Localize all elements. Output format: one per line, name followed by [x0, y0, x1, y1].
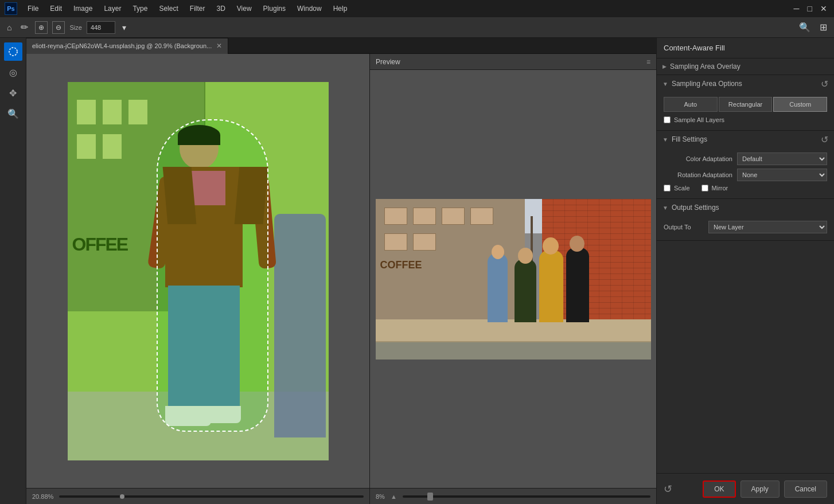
- fill-chevron-icon: ▼: [662, 136, 668, 143]
- mirror-checkbox-row: Mirror: [702, 185, 728, 192]
- document-tabs: eliott-reyna-jCEpN62oWL4-unsplash.jpg @ …: [26, 38, 656, 54]
- fill-settings-header[interactable]: ▼ Fill Settings ↺: [657, 131, 834, 148]
- menu-3d[interactable]: 3D: [212, 3, 229, 14]
- preview-menu-icon[interactable]: ≡: [646, 58, 650, 66]
- right-panel-title: Content-Aware Fill: [664, 44, 725, 52]
- app-logo: Ps: [5, 2, 17, 15]
- scale-checkbox[interactable]: [664, 185, 671, 192]
- restore-btn[interactable]: □: [805, 3, 814, 14]
- preview-image-area: COFFEE: [370, 70, 656, 488]
- right-panel: Content-Aware Fill ▶ Sampling Area Overl…: [656, 38, 834, 504]
- canvas-area[interactable]: OFFEE: [26, 54, 369, 504]
- preview-panel: Preview ≡: [369, 54, 656, 504]
- svg-point-0: [9, 48, 17, 56]
- menu-plugins[interactable]: Plugins: [259, 3, 290, 14]
- rectangular-btn[interactable]: Rectangular: [719, 97, 773, 112]
- output-settings-title: Output Settings: [672, 204, 719, 212]
- brush-btn[interactable]: ✏: [18, 21, 30, 34]
- scale-label: Scale: [674, 185, 690, 192]
- output-settings-body: Output To Current Layer New Layer Duplic…: [657, 216, 834, 240]
- mirror-checkbox[interactable]: [702, 185, 708, 192]
- magic-wand-btn[interactable]: ◎: [4, 63, 22, 81]
- sampling-options-section: ▼ Sampling Area Options ↺ Auto Rectangul…: [657, 75, 834, 131]
- document-tab[interactable]: eliott-reyna-jCEpN62oWL4-unsplash.jpg @ …: [26, 38, 228, 54]
- custom-btn[interactable]: Custom: [773, 97, 827, 112]
- overlay-section-title: Sampling Area Overlay: [670, 62, 741, 71]
- tools-panel: ◎ ✥ 🔍: [0, 38, 26, 504]
- fill-settings-body: Color Adaptation Default None Low High V…: [657, 148, 834, 198]
- zoom-bar[interactable]: [59, 495, 364, 498]
- menu-type[interactable]: Type: [128, 3, 152, 14]
- document-tab-title: eliott-reyna-jCEpN62oWL4-unsplash.jpg @ …: [32, 42, 212, 49]
- right-panel-header: Content-Aware Fill: [657, 38, 834, 58]
- size-label: Size: [69, 24, 81, 31]
- ok-btn[interactable]: OK: [703, 480, 735, 498]
- output-chevron-icon: ▼: [662, 205, 668, 211]
- zoom-slider[interactable]: [403, 495, 650, 498]
- home-btn[interactable]: ⌂: [5, 22, 14, 33]
- right-panel-footer: ↺ OK Apply Cancel: [657, 473, 834, 504]
- color-adaptation-select[interactable]: Default None Low High Very High: [737, 153, 827, 165]
- menu-help[interactable]: Help: [329, 3, 352, 14]
- output-settings-section: ▼ Output Settings Output To Current Laye…: [657, 199, 834, 241]
- menu-view[interactable]: View: [232, 3, 256, 14]
- sampling-reset-icon[interactable]: ↺: [821, 79, 828, 89]
- add-btn[interactable]: ⊕: [35, 21, 48, 34]
- output-to-row: Output To Current Layer New Layer Duplic…: [664, 221, 827, 233]
- sampling-chevron-icon: ▼: [662, 81, 668, 87]
- output-to-label: Output To: [664, 224, 704, 230]
- preview-image: COFFEE: [376, 199, 651, 360]
- canvas-status-bar: 20.88%: [26, 488, 369, 504]
- fill-settings-title: Fill Settings: [672, 135, 707, 143]
- menu-window[interactable]: Window: [293, 3, 326, 14]
- document-tab-close[interactable]: ✕: [216, 42, 222, 50]
- main-area: ◎ ✥ 🔍 eliott-reyna-jCEpN62oWL4-unsplash.…: [0, 38, 834, 504]
- color-adaptation-label: Color Adaptation: [664, 155, 732, 162]
- sampling-options-header[interactable]: ▼ Sampling Area Options ↺: [657, 75, 834, 92]
- menu-filter[interactable]: Filter: [185, 3, 210, 14]
- fill-reset-icon[interactable]: ↺: [821, 134, 828, 145]
- zoom-triangle-icon: ▲: [391, 493, 397, 500]
- subtract-btn[interactable]: ⊖: [52, 21, 65, 34]
- menu-select[interactable]: Select: [154, 3, 182, 14]
- menu-image[interactable]: Image: [69, 3, 97, 14]
- document-area: eliott-reyna-jCEpN62oWL4-unsplash.jpg @ …: [26, 38, 656, 504]
- coffee-sign-text: OFFEE: [72, 234, 128, 255]
- zoom-tool-btn[interactable]: 🔍: [4, 104, 22, 123]
- preview-zoom-bar: 8% ▲: [370, 488, 656, 504]
- sampling-overlay-section: ▶ Sampling Area Overlay: [657, 58, 834, 75]
- size-input[interactable]: [87, 21, 115, 34]
- scale-mirror-row: Scale Mirror: [664, 185, 827, 192]
- menu-edit[interactable]: Edit: [45, 3, 67, 14]
- options-toolbar: ⌂ ✏ ⊕ ⊖ Size ▾ 🔍 ⊞: [0, 17, 834, 38]
- rotation-adaptation-select[interactable]: None Low Medium High Full: [737, 169, 827, 181]
- sampling-options-body: Auto Rectangular Custom Sample All Layer…: [657, 92, 834, 130]
- sample-all-layers-checkbox[interactable]: [664, 116, 671, 123]
- output-settings-header[interactable]: ▼ Output Settings: [657, 199, 834, 216]
- menu-file[interactable]: File: [23, 3, 43, 14]
- footer-reset-btn[interactable]: ↺: [664, 483, 672, 495]
- sample-all-layers-row: Sample All Layers: [664, 116, 827, 123]
- lasso-tool-btn[interactable]: [4, 42, 22, 61]
- output-to-select[interactable]: Current Layer New Layer Duplicate Layer: [708, 221, 827, 233]
- canvas-preview-area: OFFEE: [26, 54, 656, 504]
- sampling-overlay-header[interactable]: ▶ Sampling Area Overlay: [657, 58, 834, 75]
- sampling-mode-group: Auto Rectangular Custom: [664, 97, 827, 112]
- apply-btn[interactable]: Apply: [741, 480, 780, 498]
- auto-btn[interactable]: Auto: [664, 97, 718, 112]
- minimize-btn[interactable]: ─: [792, 3, 802, 14]
- right-panel-body: ▶ Sampling Area Overlay ▼ Sampling Area …: [657, 58, 834, 473]
- color-adaptation-row: Color Adaptation Default None Low High V…: [664, 153, 827, 165]
- rotation-adaptation-label: Rotation Adaptation: [664, 171, 732, 178]
- size-dropdown-btn[interactable]: ▾: [120, 22, 128, 33]
- canvas-zoom-level: 20.88%: [32, 493, 53, 500]
- move-tool-btn[interactable]: ✥: [4, 84, 22, 102]
- fill-settings-section: ▼ Fill Settings ↺ Color Adaptation Defau…: [657, 131, 834, 199]
- cancel-btn[interactable]: Cancel: [784, 480, 827, 498]
- mirror-label: Mirror: [712, 185, 728, 192]
- workspace-btn[interactable]: ⊞: [817, 21, 829, 34]
- menu-layer[interactable]: Layer: [99, 3, 126, 14]
- canvas-image: OFFEE: [68, 82, 329, 460]
- close-btn[interactable]: ✕: [818, 3, 829, 14]
- search-btn[interactable]: 🔍: [797, 21, 813, 34]
